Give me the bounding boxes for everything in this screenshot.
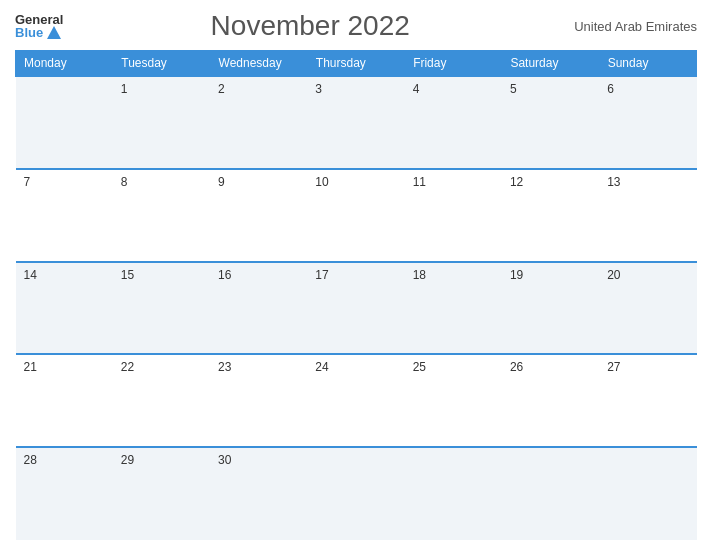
day-cell: 1 bbox=[113, 76, 210, 169]
day-cell: 5 bbox=[502, 76, 599, 169]
day-cell: 18 bbox=[405, 262, 502, 355]
day-cell: 24 bbox=[307, 354, 404, 447]
day-cell: 16 bbox=[210, 262, 307, 355]
calendar-week-3: 14 15 16 17 18 19 20 bbox=[16, 262, 697, 355]
day-cell: 15 bbox=[113, 262, 210, 355]
col-wednesday: Wednesday bbox=[210, 51, 307, 77]
day-cell: 14 bbox=[16, 262, 113, 355]
day-cell: 3 bbox=[307, 76, 404, 169]
day-cell: 13 bbox=[599, 169, 696, 262]
day-cell: 12 bbox=[502, 169, 599, 262]
day-cell: 23 bbox=[210, 354, 307, 447]
calendar-week-4: 21 22 23 24 25 26 27 bbox=[16, 354, 697, 447]
calendar-week-5: 28 29 30 bbox=[16, 447, 697, 540]
logo-blue-text: Blue bbox=[15, 26, 61, 39]
calendar-header-row: Monday Tuesday Wednesday Thursday Friday… bbox=[16, 51, 697, 77]
day-cell: 10 bbox=[307, 169, 404, 262]
col-friday: Friday bbox=[405, 51, 502, 77]
logo-triangle-icon bbox=[47, 26, 61, 39]
col-saturday: Saturday bbox=[502, 51, 599, 77]
day-cell-empty bbox=[599, 447, 696, 540]
country-label: United Arab Emirates bbox=[557, 19, 697, 34]
day-cell-empty bbox=[405, 447, 502, 540]
day-cell: 28 bbox=[16, 447, 113, 540]
col-tuesday: Tuesday bbox=[113, 51, 210, 77]
col-sunday: Sunday bbox=[599, 51, 696, 77]
day-cell: 29 bbox=[113, 447, 210, 540]
day-cell: 20 bbox=[599, 262, 696, 355]
calendar-table: Monday Tuesday Wednesday Thursday Friday… bbox=[15, 50, 697, 540]
day-cell: 27 bbox=[599, 354, 696, 447]
logo: General Blue bbox=[15, 13, 63, 39]
day-cell: 19 bbox=[502, 262, 599, 355]
day-cell: 22 bbox=[113, 354, 210, 447]
calendar-week-1: 1 2 3 4 5 6 bbox=[16, 76, 697, 169]
col-thursday: Thursday bbox=[307, 51, 404, 77]
day-cell: 6 bbox=[599, 76, 696, 169]
day-cell: 30 bbox=[210, 447, 307, 540]
day-cell: 25 bbox=[405, 354, 502, 447]
calendar-week-2: 7 8 9 10 11 12 13 bbox=[16, 169, 697, 262]
day-cell: 2 bbox=[210, 76, 307, 169]
day-cell: 8 bbox=[113, 169, 210, 262]
day-cell: 9 bbox=[210, 169, 307, 262]
day-cell: 21 bbox=[16, 354, 113, 447]
day-cell-empty bbox=[307, 447, 404, 540]
day-cell: 11 bbox=[405, 169, 502, 262]
day-cell: 4 bbox=[405, 76, 502, 169]
calendar-header: Monday Tuesday Wednesday Thursday Friday… bbox=[16, 51, 697, 77]
day-cell: 7 bbox=[16, 169, 113, 262]
calendar-body: 1 2 3 4 5 6 7 8 9 10 11 12 13 14 15 16 1… bbox=[16, 76, 697, 540]
calendar-title: November 2022 bbox=[63, 10, 557, 42]
day-cell-empty bbox=[502, 447, 599, 540]
day-cell bbox=[16, 76, 113, 169]
page-header: General Blue November 2022 United Arab E… bbox=[15, 10, 697, 42]
day-cell: 17 bbox=[307, 262, 404, 355]
col-monday: Monday bbox=[16, 51, 113, 77]
day-cell: 26 bbox=[502, 354, 599, 447]
